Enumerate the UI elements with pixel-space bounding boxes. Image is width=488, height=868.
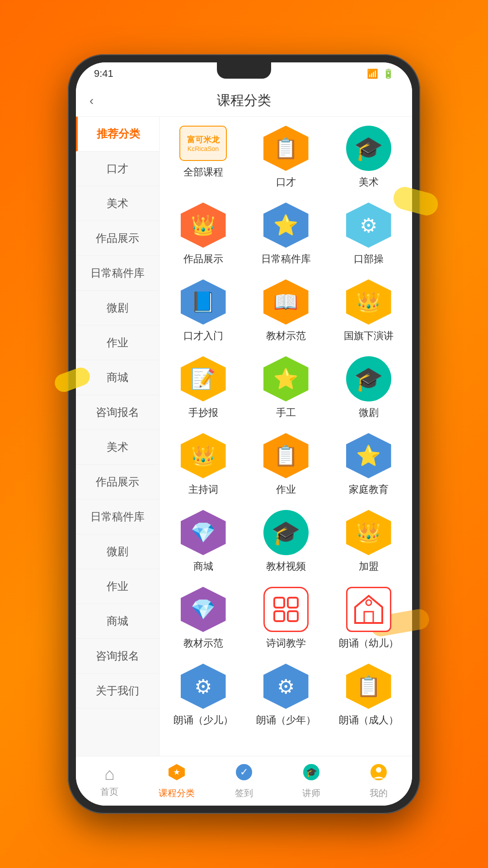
grid-container: 富可米龙 KcRicaSon 全部课程 📋 口才 🎓 美术 [164,126,408,727]
list-item[interactable]: ⭐ 手工 [247,356,325,420]
teacher-icon: 🎓 [302,763,320,785]
list-item[interactable]: 📘 口才入门 [164,279,242,343]
list-item[interactable]: ⚙ 口部操 [329,203,408,266]
svg-rect-5 [364,612,373,623]
all-courses-icon: 富可米龙 KcRicaSon [179,126,227,161]
svg-point-6 [366,600,371,605]
nav-item-teacher[interactable]: 🎓 讲师 [277,763,345,799]
poetry-icon [263,587,309,632]
nav-item-home[interactable]: ⌂ 首页 [76,764,143,798]
sidebar-item-consult1[interactable]: 咨询报名 [76,395,159,430]
nav-item-checkin[interactable]: ✓ 签到 [211,763,278,799]
sidebar-item-wuju2[interactable]: 微剧 [76,534,159,569]
sidebar-item-meishu2[interactable]: 美术 [76,430,159,465]
sidebar-item-koucai1[interactable]: 口才 [76,151,159,186]
koubu-icon: ⚙ [346,203,391,248]
svg-text:🎓: 🎓 [305,767,317,778]
list-item[interactable]: 📋 作业 [247,433,325,496]
list-item[interactable]: 📋 朗诵（成人） [329,664,408,727]
list-item[interactable]: ⚙ 朗诵（少年） [247,664,325,727]
handwork-icon: ⭐ [263,356,309,401]
list-item[interactable]: 🎓 教材视频 [247,510,325,573]
meishu-icon: 🎓 [346,126,391,171]
sidebar-item-daily2[interactable]: 日常稿件库 [76,500,159,534]
join-icon: 👑 [346,510,391,555]
recitation-teen-icon: ⚙ [263,664,309,709]
recitation-child-icon [346,587,391,632]
textbook-video-icon: 🎓 [263,510,309,555]
checkin-icon: ✓ [235,763,253,785]
family-edu-icon: ⭐ [346,433,391,478]
svg-point-14 [376,767,381,773]
koucai-entry-icon: 📘 [181,279,226,325]
category-grid: 富可米龙 KcRicaSon 全部课程 📋 口才 🎓 美术 [160,117,412,756]
handwriting-icon: 📝 [181,356,226,401]
list-item[interactable]: 👑 主持词 [164,433,242,496]
sidebar: 推荐分类 口才 美术 作品展示 日常稿件库 微剧 作业 [76,117,160,756]
sidebar-item-zuoye1[interactable]: 作业 [76,326,159,360]
works-icon: 👑 [181,203,226,248]
sidebar-item-wuju1[interactable]: 微剧 [76,291,159,326]
sidebar-item-shop2[interactable]: 商城 [76,604,159,639]
bottom-navigation: ⌂ 首页 ★ 课程分类 ✓ 签到 [76,756,412,806]
list-item[interactable]: 📖 教材示范 [247,279,325,343]
list-item[interactable]: 富可米龙 KcRicaSon 全部课程 [164,126,242,189]
sidebar-item-works1[interactable]: 作品展示 [76,221,159,256]
list-item[interactable]: 💎 商城 [164,510,242,573]
flag-speech-icon: 👑 [346,279,391,325]
mine-icon [370,763,388,785]
courses-icon: ★ [168,763,186,785]
nav-item-mine[interactable]: 我的 [345,763,412,799]
svg-rect-3 [288,611,298,621]
homework-icon: 📋 [263,433,309,478]
list-item[interactable]: ⚙ 朗诵（少儿） [164,664,242,727]
sidebar-item-daily1[interactable]: 日常稿件库 [76,256,159,291]
sidebar-item-meishu1[interactable]: 美术 [76,186,159,221]
list-item[interactable]: 🎓 微剧 [329,356,408,420]
sidebar-item-about[interactable]: 关于我们 [76,674,159,708]
list-item[interactable]: 📋 口才 [247,126,325,189]
list-item[interactable]: 🎓 美术 [329,126,408,189]
content-area: 推荐分类 口才 美术 作品展示 日常稿件库 微剧 作业 [76,117,412,756]
list-item[interactable]: 诗词教学 [247,587,325,650]
list-item[interactable]: 👑 作品展示 [164,203,242,266]
svg-rect-0 [274,598,284,608]
textbook-demo-icon: 📖 [263,279,309,325]
recitation-adult-icon: 📋 [346,664,391,709]
svg-text:✓: ✓ [240,766,248,778]
list-item[interactable]: ⭐ 家庭教育 [329,433,408,496]
nav-item-courses[interactable]: ★ 课程分类 [143,763,211,799]
list-item[interactable]: ⭐ 日常稿件库 [247,203,325,266]
list-item[interactable]: 👑 加盟 [329,510,408,573]
wuju-icon: 🎓 [346,356,391,401]
sidebar-item-zuoye2[interactable]: 作业 [76,569,159,604]
sidebar-item-works2[interactable]: 作品展示 [76,465,159,500]
svg-rect-1 [288,598,298,608]
svg-rect-2 [274,611,284,621]
textbook-demo2-icon: 💎 [181,587,226,632]
list-item[interactable]: 👑 国旗下演讲 [329,279,408,343]
list-item[interactable]: 📝 手抄报 [164,356,242,420]
koucai-icon: 📋 [263,126,309,171]
header: ‹ 课程分类 [76,85,412,117]
page-title: 课程分类 [217,91,271,110]
shop-icon: 💎 [181,510,226,555]
recitation-young-icon: ⚙ [181,664,226,709]
daily-icon: ⭐ [263,203,309,248]
svg-text:★: ★ [173,768,180,777]
host-icon: 👑 [181,433,226,478]
sidebar-item-recommended[interactable]: 推荐分类 [76,117,159,151]
list-item[interactable]: 💎 教材示范 [164,587,242,650]
sidebar-item-consult2[interactable]: 咨询报名 [76,639,159,674]
back-button[interactable]: ‹ [89,94,94,108]
home-icon: ⌂ [104,764,115,784]
